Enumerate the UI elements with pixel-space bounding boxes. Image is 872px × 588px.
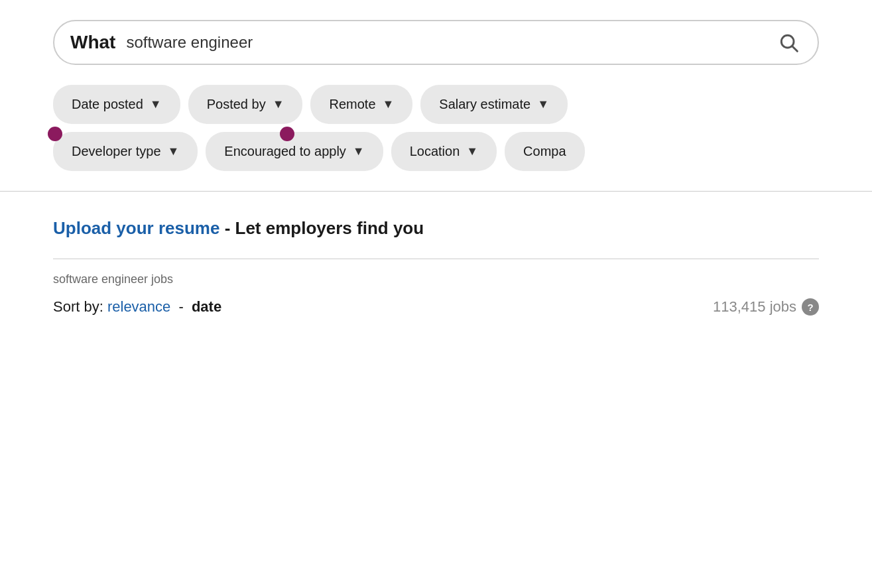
chevron-down-icon: ▼ <box>150 97 162 111</box>
results-count: 113,415 jobs <box>713 298 796 316</box>
search-button[interactable] <box>775 29 802 56</box>
filter-developer-type-label: Developer type <box>72 144 161 159</box>
search-icon <box>778 32 799 53</box>
main-content: Upload your resume - Let employers find … <box>0 192 872 342</box>
chevron-down-icon: ▼ <box>273 97 284 111</box>
chevron-down-icon: ▼ <box>537 97 549 111</box>
upload-resume-text: Upload your resume - Let employers find … <box>53 218 819 239</box>
filter-date-posted-label: Date posted <box>72 97 143 112</box>
filter-remote[interactable]: Remote ▼ <box>310 85 412 124</box>
filter-salary-estimate[interactable]: Salary estimate ▼ <box>420 85 568 124</box>
chevron-down-icon: ▼ <box>383 97 395 111</box>
filter-company-partial[interactable]: Compa <box>505 132 584 171</box>
search-section: What <box>0 0 872 78</box>
svg-line-1 <box>792 46 797 51</box>
chevron-down-icon: ▼ <box>466 145 478 158</box>
filter-row-1: Date posted ▼ Posted by ▼ Remote ▼ Salar… <box>53 85 819 124</box>
sort-relevance-link[interactable]: relevance <box>107 298 170 315</box>
filter-posted-by[interactable]: Posted by ▼ <box>188 85 303 124</box>
search-input[interactable] <box>126 33 775 52</box>
sort-row: Sort by: relevance - date 113,415 jobs ? <box>53 298 819 316</box>
filter-location[interactable]: Location ▼ <box>391 132 497 171</box>
filter-encouraged-to-apply[interactable]: Encouraged to apply ▼ <box>206 132 383 171</box>
upload-resume-link[interactable]: Upload your resume <box>53 218 219 238</box>
help-icon[interactable]: ? <box>802 298 819 316</box>
results-meta: software engineer jobs <box>53 272 819 286</box>
filter-posted-by-label: Posted by <box>207 97 266 112</box>
filter-developer-type[interactable]: Developer type ▼ <box>53 132 198 171</box>
search-label: What <box>70 32 115 53</box>
chevron-down-icon: ▼ <box>168 145 180 158</box>
sort-left: Sort by: relevance - date <box>53 298 221 316</box>
filter-date-posted[interactable]: Date posted ▼ <box>53 85 180 124</box>
dot-indicator-encouraged <box>280 127 294 141</box>
search-box: What <box>53 20 819 65</box>
filter-company-partial-label: Compa <box>523 144 566 159</box>
sort-label: Sort by: <box>53 298 103 315</box>
filter-encouraged-to-apply-label: Encouraged to apply <box>224 144 345 159</box>
upload-resume-section: Upload your resume - Let employers find … <box>53 218 819 239</box>
upload-resume-rest: - Let employers find you <box>219 218 424 238</box>
results-divider <box>53 259 819 259</box>
sort-date-active[interactable]: date <box>192 298 221 315</box>
results-right: 113,415 jobs ? <box>713 298 819 316</box>
dot-indicator-developer <box>48 127 62 141</box>
filter-remote-label: Remote <box>329 97 375 112</box>
filter-location-label: Location <box>410 144 460 159</box>
filters-section: Date posted ▼ Posted by ▼ Remote ▼ Salar… <box>0 78 872 171</box>
sort-separator: - <box>178 298 187 315</box>
filter-salary-estimate-label: Salary estimate <box>439 97 530 112</box>
chevron-down-icon: ▼ <box>353 145 365 158</box>
filter-row-2: Developer type ▼ Encouraged to apply ▼ L… <box>53 132 819 171</box>
